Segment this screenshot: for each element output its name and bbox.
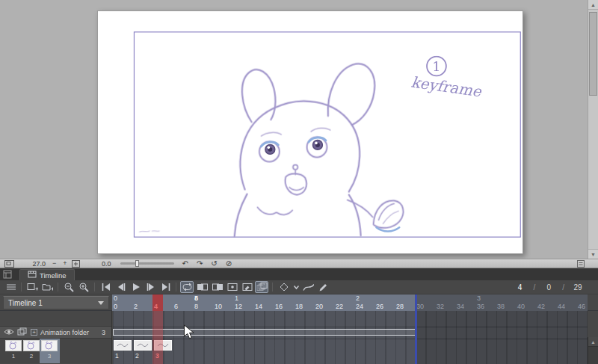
scroll-down-icon[interactable]: ▼ [588, 249, 598, 259]
navigator-icon[interactable] [4, 260, 14, 268]
zoom-in-icon[interactable] [77, 281, 90, 293]
ruler-frame-label: 0 [114, 303, 117, 310]
ruler-frame-label: 28 [396, 303, 404, 310]
ruler-frame-label: 40 [517, 303, 525, 310]
timeline-panel: Timeline 4 / 0 / 29 Timeline 1 081230246… [0, 268, 598, 364]
zoom-out-button[interactable]: − [52, 260, 56, 267]
chevron-down-icon[interactable] [292, 281, 300, 293]
zoom-out-icon[interactable] [62, 281, 75, 293]
toolbar-separator [272, 283, 273, 291]
slider-handle[interactable] [135, 260, 139, 267]
new-animation-folder-icon[interactable] [40, 281, 54, 293]
cel-count-badge: 3 [99, 329, 108, 336]
cel-number: 2 [135, 352, 139, 360]
specify-cel-icon[interactable] [225, 281, 238, 293]
animation-folder-icon [17, 327, 28, 338]
render-cels-icon[interactable] [240, 281, 253, 293]
timeline-name: Timeline 1 [8, 299, 43, 307]
frame-border [134, 32, 520, 237]
tab-timeline[interactable]: Timeline [19, 269, 75, 280]
enable-onion-skin-icon[interactable] [255, 281, 268, 293]
canvas-viewport[interactable]: 1 keyframe ▲ ▼ [0, 0, 598, 259]
animation-folder-header[interactable]: + Animation folder 3 [0, 327, 111, 339]
ruler-frame-label: 10 [215, 303, 222, 310]
ruler-seconds-label: 1 [235, 294, 238, 302]
next-frame-icon[interactable] [144, 281, 157, 293]
cel-number: 1 [115, 352, 119, 360]
cel-thumbnail-number: 3 [41, 353, 58, 360]
cel-thumbnail-number: 2 [23, 353, 40, 360]
rotate-value: 0.0 [92, 260, 111, 268]
graph-editor-icon[interactable] [301, 281, 315, 293]
navbar-options-icon[interactable] [577, 260, 585, 268]
ruler-frame-label: 38 [497, 303, 505, 310]
animation-folder-name: Animation folder [40, 329, 89, 336]
ruler-frame-label: 26 [376, 303, 383, 310]
frame-ruler[interactable]: 0812302468101214161820222426283032343638… [112, 294, 588, 311]
rotation-slider[interactable] [120, 262, 174, 265]
toolbar-separator [21, 283, 22, 291]
go-to-end-icon[interactable] [158, 281, 172, 293]
canvas-page[interactable]: 1 keyframe [97, 10, 523, 254]
undo-button[interactable]: ↶ [182, 259, 188, 268]
timeline-right-scrollbar[interactable]: ▲ [588, 337, 598, 364]
ruler-frame-label: 2 [134, 303, 138, 310]
cel-thumbnail-1[interactable] [5, 340, 22, 351]
timeline-tab-icon [28, 271, 37, 280]
redo-button[interactable]: ↷ [197, 259, 203, 268]
clear-rotation-button[interactable]: ⊘ [226, 259, 232, 268]
playback-end-marker [415, 294, 417, 364]
timeline-tab-row: Timeline [0, 268, 598, 280]
scroll-up-icon[interactable]: ▲ [588, 0, 598, 10]
toolbar-separator [94, 283, 95, 291]
loop-play-icon[interactable] [180, 281, 194, 293]
ruler-frame-label: 44 [558, 303, 565, 310]
ruler-frame-label: 22 [336, 303, 343, 310]
cel-thumbnail-number: 1 [5, 353, 22, 360]
scrollbar-thumb[interactable] [589, 12, 597, 96]
timeline-toolbar: 4 / 0 / 29 [0, 280, 598, 294]
fit-to-screen-icon[interactable] [72, 260, 80, 268]
ruler-seconds-label: 2 [356, 294, 360, 302]
enable-keyframe-icon[interactable] [277, 281, 290, 293]
new-animation-cel-icon[interactable] [25, 281, 39, 293]
expand-toggle-icon[interactable]: + [31, 329, 37, 336]
ruler-frame-label: 8 [194, 303, 198, 310]
panel-list-icon[interactable] [0, 268, 15, 280]
ruler-frame-label: 20 [315, 303, 323, 310]
cel-thumbnail-3[interactable] [41, 340, 58, 351]
scroll-up-icon[interactable]: ▲ [588, 337, 598, 347]
go-to-start-icon[interactable] [99, 281, 112, 293]
timeline-tracks: + Animation folder 3 123 123 ▲ [0, 311, 598, 364]
hamster-sketch-drawing: 1 keyframe [98, 11, 523, 253]
zoom-in-button[interactable]: + [63, 260, 67, 267]
ruler-frame-label: 46 [578, 303, 585, 310]
reset-rotation-button[interactable]: ↺ [211, 259, 217, 268]
ruler-frame-label: 6 [174, 303, 178, 310]
canvas-vertical-scrollbar[interactable]: ▲ ▼ [588, 0, 598, 259]
timeline-options-icon[interactable] [4, 281, 17, 293]
blue-accent-lines [261, 138, 399, 231]
current-frame-value: 4 [514, 283, 525, 291]
ruler-seconds-label: 3 [477, 294, 481, 302]
onion-skin-prev-icon[interactable] [195, 281, 209, 293]
pen-icon[interactable] [316, 281, 330, 293]
frame-separator-1: / [533, 283, 535, 291]
play-icon[interactable] [129, 281, 142, 293]
timeline-selector[interactable]: Timeline 1 [3, 296, 109, 309]
ruler-frame-label: 42 [537, 303, 545, 310]
cel-thumbnail-2[interactable] [23, 340, 40, 351]
prev-frame-icon[interactable] [114, 281, 127, 293]
cel-3[interactable] [154, 340, 172, 351]
eye-visibility-icon[interactable] [4, 328, 14, 337]
animation-folder-range-bar[interactable] [113, 329, 416, 336]
ruler-seconds-label: 8 [194, 294, 198, 302]
cel-2[interactable] [134, 340, 152, 351]
annotation-number: 1 [433, 59, 441, 74]
annotation-keyframe-label: keyframe [410, 74, 483, 101]
cel-1[interactable] [114, 340, 132, 351]
ruler-frame-label: 30 [416, 303, 424, 310]
onion-skin-next-icon[interactable] [210, 281, 224, 293]
toolbar-separator [58, 283, 58, 291]
mouse-cursor [183, 324, 195, 340]
